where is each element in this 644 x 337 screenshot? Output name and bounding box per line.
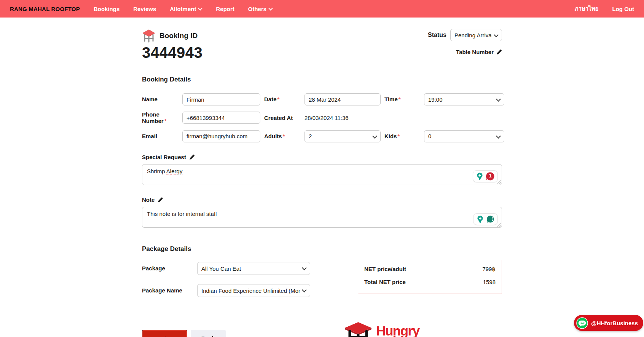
note-header: Note [142, 196, 502, 203]
status-select[interactable]: Pending Arrival [450, 29, 502, 41]
package-name-label: Package Name [142, 287, 197, 294]
back-button[interactable]: Back [191, 330, 226, 337]
required-marker: * [398, 133, 400, 139]
date-label: Date* [264, 96, 301, 102]
required-marker: * [399, 96, 401, 102]
status-label: Status [428, 32, 446, 38]
booking-details-title: Booking Details [142, 76, 502, 83]
top-navbar: RANG MAHAL ROOFTOP Bookings Reviews Allo… [0, 0, 644, 18]
hungryhub-table-icon [343, 321, 373, 337]
time-label: Time* [384, 96, 420, 102]
badge-count: 1 [486, 173, 495, 179]
line-app-icon: LINE [576, 317, 588, 329]
booking-details-form: Name Date* Time* 19:00 Phone Number* Cre… [142, 93, 502, 142]
booking-id-value: 3444943 [142, 44, 202, 61]
nav-item-label: Others [248, 6, 266, 12]
special-request-text: Shrimp [147, 168, 165, 174]
table-number-row[interactable]: Table Number [428, 49, 502, 55]
note-label: Note [142, 196, 155, 203]
nav-item-label: Bookings [94, 6, 120, 12]
nav-item-label: Allotment [170, 6, 196, 12]
status-select-wrap: Pending Arrival [450, 29, 502, 41]
note-textarea[interactable]: This note is for internal staff [142, 207, 502, 228]
net-price-adult-label: NET price/adult [364, 266, 406, 273]
package-select[interactable]: All You Can Eat [197, 262, 310, 275]
nav-item-thai-language[interactable]: ภาษาไทย [575, 4, 599, 13]
footer: Update Back Hungry Hub Restaurant Suppor… [142, 330, 502, 337]
required-marker: * [164, 118, 167, 124]
nav-item-allotment[interactable]: Allotment [170, 6, 202, 12]
package-label: Package [142, 265, 197, 272]
note-icons-pill [473, 213, 498, 225]
time-select[interactable]: 19:00 [424, 93, 504, 105]
net-price-adult-value: 799฿ [482, 266, 496, 273]
nav-item-label: Log Out [612, 6, 634, 12]
comment-count-badge[interactable]: 1 [486, 172, 495, 181]
package-details-title: Package Details [142, 245, 502, 253]
date-input[interactable] [304, 93, 381, 105]
chevron-down-icon [198, 7, 202, 11]
name-label: Name [142, 96, 179, 102]
email-label: Email [142, 133, 179, 139]
hungryhub-logo: Hungry Hub Restaurant Support 020966433 [343, 321, 502, 337]
adults-select[interactable]: 2 [304, 130, 381, 142]
special-request-label: Special Request [142, 154, 186, 160]
booking-id-block: Booking ID 3444943 [142, 29, 202, 61]
line-badge-label: @HHforBusiness [591, 320, 638, 326]
svg-text:LINE: LINE [580, 322, 585, 324]
nav-item-report[interactable]: Report [216, 6, 234, 12]
package-name-select-wrap: Indian Food Experience Unlimited (Monday [197, 284, 310, 297]
kids-label: Kids* [384, 133, 420, 139]
table-icon [142, 29, 156, 43]
status-block: Status Pending Arrival Table Number [428, 29, 502, 61]
name-input[interactable] [182, 93, 260, 105]
special-request-textarea[interactable]: Shrimp Alergy 1 [142, 164, 502, 185]
lightbulb-suggestion-icon[interactable] [476, 172, 484, 180]
special-request-icons-pill: 1 [473, 170, 498, 182]
nav-item-label: Reviews [133, 6, 156, 12]
kids-select[interactable]: 0 [424, 130, 504, 142]
hungryhub-wordmark: Hungry Hub [376, 326, 419, 337]
nav-item-bookings[interactable]: Bookings [94, 6, 120, 12]
phone-label: Phone Number* [142, 111, 179, 125]
package-select-wrap: All You Can Eat [197, 262, 310, 275]
email-input[interactable] [182, 130, 260, 142]
nav-item-label: ภาษาไทย [575, 4, 599, 13]
required-marker: * [277, 96, 280, 102]
adults-select-wrap: 2 [304, 130, 381, 142]
lightbulb-suggestion-icon[interactable] [476, 215, 484, 223]
kids-select-wrap: 0 [424, 130, 504, 142]
restaurant-brand[interactable]: RANG MAHAL ROOFTOP [10, 6, 80, 12]
special-request-header: Special Request [142, 154, 502, 160]
time-select-wrap: 19:00 [424, 93, 504, 105]
nav-item-label: Report [216, 6, 234, 12]
price-summary-box: NET price/adult 799฿ Total NET price 159… [358, 260, 502, 294]
note-text: This note is for internal staff [147, 211, 217, 217]
chevron-down-icon [269, 7, 273, 11]
total-net-price-label: Total NET price [364, 279, 406, 285]
created-at-value: 28/03/2024 11:36 [304, 115, 381, 121]
special-request-text-misspelled: Alergy [166, 168, 183, 174]
total-net-price-value: 1598 [483, 279, 496, 285]
package-fields: Package All You Can Eat Package Name Ind… [142, 262, 358, 306]
nav-item-others[interactable]: Others [248, 6, 273, 12]
required-marker: * [283, 133, 285, 139]
package-section: Package All You Can Eat Package Name Ind… [142, 262, 502, 306]
line-contact-button[interactable]: LINE @HHforBusiness [574, 315, 643, 331]
package-name-select[interactable]: Indian Food Experience Unlimited (Monday [197, 284, 310, 297]
edit-pencil-icon[interactable] [189, 154, 195, 160]
nav-item-logout[interactable]: Log Out [612, 6, 634, 12]
table-number-label: Table Number [456, 49, 494, 55]
update-button[interactable]: Update [142, 330, 187, 337]
edit-pencil-icon[interactable] [496, 49, 502, 55]
created-at-label: Created At [264, 115, 301, 121]
nav-item-reviews[interactable]: Reviews [133, 6, 156, 12]
internal-chat-icon[interactable] [486, 215, 495, 224]
booking-id-label: Booking ID [159, 32, 198, 40]
phone-input[interactable] [182, 112, 260, 124]
booking-header: Booking ID 3444943 Status Pending Arriva… [142, 29, 502, 61]
adults-label: Adults* [264, 133, 301, 139]
edit-pencil-icon[interactable] [158, 197, 163, 203]
